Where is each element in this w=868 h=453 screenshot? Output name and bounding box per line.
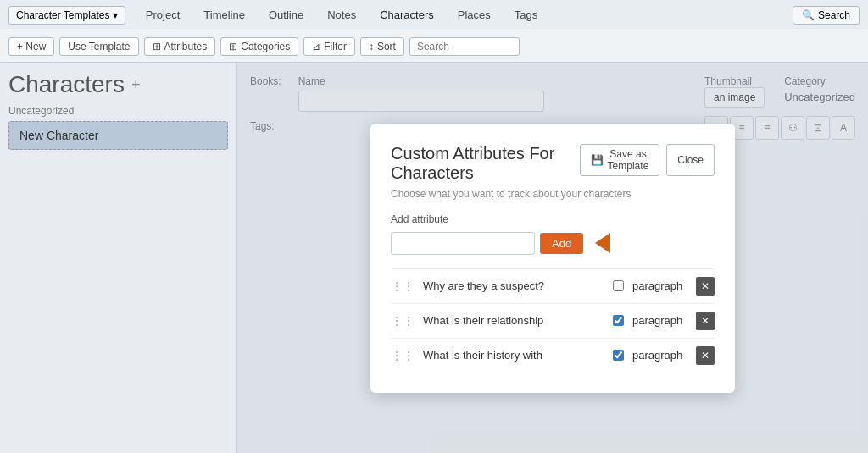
attr-name-0: Why are they a suspect? — [423, 279, 604, 292]
nav-items: Project Timeline Outline Notes Character… — [134, 2, 549, 28]
modal-subtitle: Choose what you want to track about your… — [391, 188, 715, 200]
filter-icon: ⊿ — [312, 41, 320, 52]
save-as-template-button[interactable]: 💾 Save as Template — [580, 144, 660, 176]
main-area: Characters + Uncategorized New Character… — [0, 63, 868, 453]
add-attribute-row: Add — [391, 232, 715, 255]
modal-overlay: Custom Attributes For Characters 💾 Save … — [237, 63, 868, 453]
nav-project[interactable]: Project — [134, 2, 192, 28]
attributes-icon: ⊞ — [153, 41, 161, 52]
arrow-indicator — [595, 233, 610, 253]
attr-type-2: paragraph — [632, 349, 687, 362]
attr-checkbox-input-2[interactable] — [613, 350, 624, 361]
attr-delete-1[interactable]: ✕ — [696, 312, 715, 330]
add-attribute-input[interactable] — [391, 232, 535, 255]
filter-button[interactable]: ⊿ Filter — [303, 37, 355, 56]
modal-title: Custom Attributes For Characters — [391, 144, 580, 183]
attr-name-1: What is their relationship — [423, 314, 604, 327]
add-attribute-button[interactable]: Add — [540, 233, 583, 254]
modal-close-button[interactable]: Close — [666, 144, 715, 176]
add-character-button[interactable]: + — [131, 76, 141, 94]
drag-handle-1[interactable]: ⋮⋮ — [391, 314, 415, 328]
attr-checkbox-2 — [613, 350, 624, 361]
search-button[interactable]: 🔍 Search — [793, 6, 860, 25]
attr-checkbox-input-0[interactable] — [613, 280, 624, 291]
use-template-button[interactable]: Use Template — [59, 37, 138, 56]
nav-places[interactable]: Places — [446, 2, 503, 28]
new-button[interactable]: + New — [8, 37, 54, 56]
nav-characters[interactable]: Characters — [368, 2, 446, 28]
drag-handle-0[interactable]: ⋮⋮ — [391, 279, 415, 293]
content-area: Books: Name Category Uncategorized Tags:… — [237, 63, 868, 453]
attr-delete-0[interactable]: ✕ — [696, 277, 715, 296]
new-character-item[interactable]: New Character — [8, 121, 228, 150]
toolbar-search-input[interactable] — [409, 37, 520, 56]
sidebar: Characters + Uncategorized New Character — [0, 63, 237, 453]
attr-checkbox-input-1[interactable] — [613, 315, 624, 326]
attr-name-2: What is their history with — [423, 349, 604, 362]
categories-icon: ⊞ — [229, 41, 237, 52]
modal-header: Custom Attributes For Characters 💾 Save … — [391, 144, 715, 183]
categories-button[interactable]: ⊞ Categories — [220, 37, 298, 56]
nav-notes[interactable]: Notes — [315, 2, 368, 28]
attr-type-0: paragraph — [632, 279, 687, 292]
attr-checkbox-0 — [613, 280, 624, 291]
template-dropdown[interactable]: Character Templates ▾ — [8, 6, 125, 25]
search-icon: 🔍 — [802, 9, 815, 21]
attribute-row-1: ⋮⋮ What is their relationship paragraph … — [391, 303, 715, 338]
sidebar-title: Characters + — [8, 71, 228, 98]
attr-type-1: paragraph — [632, 314, 687, 327]
modal: Custom Attributes For Characters 💾 Save … — [370, 124, 735, 393]
sort-button[interactable]: ↕ Sort — [360, 37, 404, 56]
attr-delete-2[interactable]: ✕ — [696, 346, 715, 365]
top-nav: Character Templates ▾ Project Timeline O… — [0, 0, 868, 30]
nav-timeline[interactable]: Timeline — [192, 2, 257, 28]
attributes-button[interactable]: ⊞ Attributes — [144, 37, 216, 56]
attribute-row-2: ⋮⋮ What is their history with paragraph … — [391, 338, 715, 373]
attribute-row-0: ⋮⋮ Why are they a suspect? paragraph ✕ — [391, 268, 715, 303]
toolbar: + New Use Template ⊞ Attributes ⊞ Catego… — [0, 30, 868, 63]
nav-outline[interactable]: Outline — [257, 2, 315, 28]
uncategorized-label: Uncategorized — [8, 105, 228, 117]
attr-checkbox-1 — [613, 315, 624, 326]
nav-tags[interactable]: Tags — [503, 2, 549, 28]
sort-icon: ↕ — [369, 41, 374, 52]
drag-handle-2[interactable]: ⋮⋮ — [391, 349, 415, 362]
add-attribute-label: Add attribute — [391, 213, 715, 225]
floppy-icon: 💾 — [591, 154, 604, 166]
modal-actions: 💾 Save as Template Close — [580, 144, 715, 176]
